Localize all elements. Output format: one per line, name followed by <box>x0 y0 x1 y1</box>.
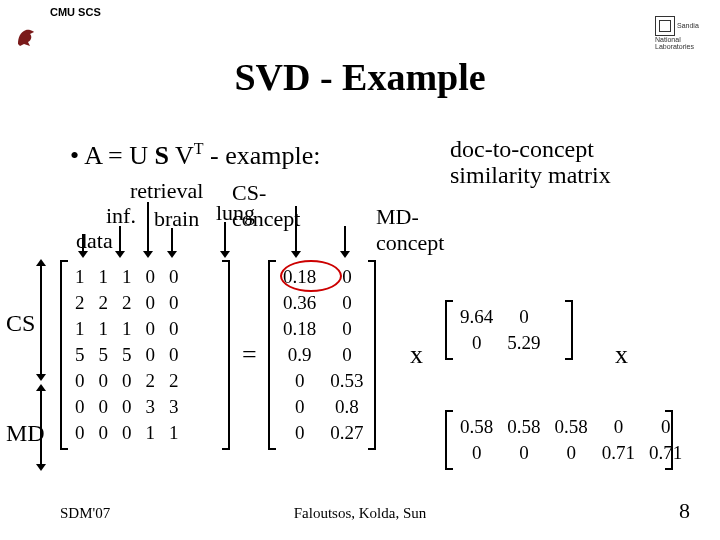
matrix-vt: 0.580.580.58000000.710.71 <box>445 410 673 470</box>
matrix-cell: 1 <box>92 264 116 290</box>
matrix-cell: 2 <box>162 368 186 394</box>
matrix-cell: 0.71 <box>595 440 642 466</box>
matrix-cell: 0 <box>323 290 370 316</box>
label-md-concept: MD-concept <box>376 204 444 256</box>
matrix-cell: 0 <box>139 316 163 342</box>
matrix-cell: 0 <box>139 290 163 316</box>
times-sign: x <box>615 340 628 370</box>
matrix-cell: 1 <box>115 264 139 290</box>
matrix-cell: 5 <box>115 342 139 368</box>
matrix-cell: 0.53 <box>323 368 370 394</box>
matrix-cell: 0 <box>323 316 370 342</box>
bullet-sigma: S <box>154 141 168 170</box>
footer-page-number: 8 <box>679 498 690 524</box>
matrix-cell: 0.8 <box>323 394 370 420</box>
matrix-a: 11100222001110055500000220003300011 <box>60 260 230 450</box>
matrix-cell: 3 <box>162 394 186 420</box>
matrix-cell: 0 <box>595 414 642 440</box>
matrix-cell: 0 <box>92 420 116 446</box>
matrix-cell: 1 <box>68 316 92 342</box>
footer-center: Faloutsos, Kolda, Sun <box>0 505 720 522</box>
matrix-cell: 0 <box>115 368 139 394</box>
matrix-cell: 0 <box>500 304 547 330</box>
slide-title: SVD - Example <box>0 55 720 99</box>
arrow-down-icon <box>344 226 346 252</box>
matrix-cell: 0 <box>500 440 547 466</box>
matrix-cell: 0 <box>548 440 595 466</box>
arrow-down-icon <box>82 234 84 252</box>
bullet-suffix: - example: <box>204 141 321 170</box>
matrix-cell: 0.71 <box>642 440 689 466</box>
arrow-down-icon <box>295 206 297 252</box>
matrix-cell: 0 <box>276 420 323 446</box>
arrow-down-icon <box>119 226 121 252</box>
cmu-scs-label: CMU SCS <box>50 6 101 18</box>
matrix-cell: 1 <box>68 264 92 290</box>
matrix-cell: 2 <box>92 290 116 316</box>
matrix-cell: 0 <box>323 342 370 368</box>
matrix-cell: 0.27 <box>323 420 370 446</box>
matrix-cell: 0 <box>276 394 323 420</box>
matrix-cell: 0 <box>115 394 139 420</box>
matrix-cell: 0.58 <box>453 414 500 440</box>
matrix-cell: 0 <box>642 414 689 440</box>
matrix-cell: 0 <box>162 316 186 342</box>
matrix-cell: 2 <box>115 290 139 316</box>
matrix-cell: 0.36 <box>276 290 323 316</box>
side-label-cs: CS <box>6 310 35 337</box>
note-line2: similarity matrix <box>450 162 611 188</box>
matrix-cell: 9.64 <box>453 304 500 330</box>
arrow-down-icon <box>171 228 173 252</box>
slide-header: CMU SCS Sandia National Laboratories <box>0 6 720 36</box>
bullet-sup: T <box>194 140 204 157</box>
matrix-cell: 0 <box>139 342 163 368</box>
matrix-cell: 0 <box>453 440 500 466</box>
sandia-logo: Sandia National Laboratories <box>655 16 710 44</box>
matrix-cell: 0 <box>68 368 92 394</box>
matrix-cell: 1 <box>92 316 116 342</box>
matrix-cell: 0 <box>162 342 186 368</box>
label-retrieval: retrieval <box>130 178 203 204</box>
matrix-cell: 0 <box>68 394 92 420</box>
side-label-md: MD <box>6 420 45 447</box>
matrix-cell: 1 <box>139 420 163 446</box>
arrow-down-icon <box>224 222 226 252</box>
red-circle-highlight <box>280 260 342 292</box>
matrix-cell: 1 <box>162 420 186 446</box>
arrow-down-icon <box>147 202 149 252</box>
matrix-cell: 2 <box>139 368 163 394</box>
matrix-cell: 5.29 <box>500 330 547 356</box>
griffin-icon <box>14 24 38 48</box>
note-line1: doc-to-concept <box>450 136 594 162</box>
matrix-cell: 0 <box>68 420 92 446</box>
matrix-cell: 0.58 <box>500 414 547 440</box>
matrix-cell: 0 <box>162 290 186 316</box>
range-arrow-icon <box>40 390 42 465</box>
bullet-vt: V <box>169 141 194 170</box>
bullet-line: • A = U S VT - example: <box>70 140 320 171</box>
matrix-cell: 0.9 <box>276 342 323 368</box>
matrix-cell: 3 <box>139 394 163 420</box>
matrix-cell: 1 <box>115 316 139 342</box>
label-brain: brain <box>154 206 199 232</box>
label-cs-concept: CS-concept <box>232 180 300 232</box>
matrix-cell: 0 <box>162 264 186 290</box>
matrix-cell: 0 <box>92 368 116 394</box>
times-sign: x <box>410 340 423 370</box>
equals-sign: = <box>242 340 257 370</box>
matrix-sigma: 9.64005.29 <box>445 300 573 360</box>
matrix-cell: 0.58 <box>548 414 595 440</box>
bullet-prefix: A = U <box>84 141 154 170</box>
note-text: doc-to-concept similarity matrix <box>450 136 611 189</box>
matrix-cell: 0 <box>92 394 116 420</box>
matrix-cell: 5 <box>92 342 116 368</box>
range-arrow-icon <box>40 265 42 375</box>
matrix-cell: 0 <box>139 264 163 290</box>
matrix-cell: 0 <box>115 420 139 446</box>
matrix-cell: 5 <box>68 342 92 368</box>
matrix-cell: 0 <box>276 368 323 394</box>
matrix-cell: 0 <box>453 330 500 356</box>
matrix-cell: 2 <box>68 290 92 316</box>
matrix-cell: 0.18 <box>276 316 323 342</box>
